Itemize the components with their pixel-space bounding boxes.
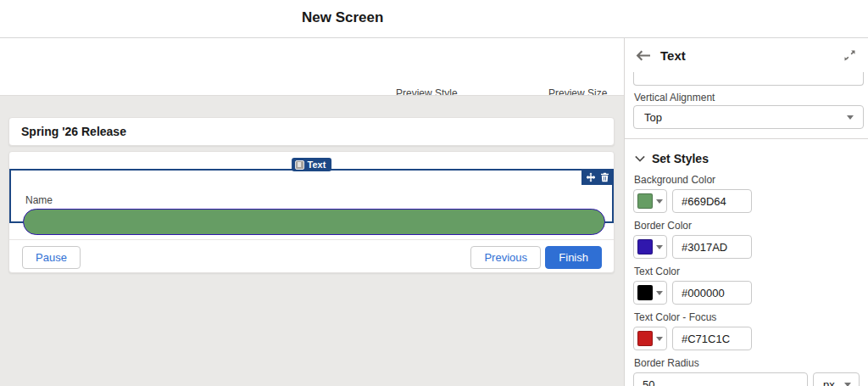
properties-panel: Text Vertical Alignment Top Set Styles B… <box>624 38 868 386</box>
text-color-swatch-button[interactable] <box>633 281 667 305</box>
set-styles-section: Set Styles Background Color Border Color <box>625 147 868 386</box>
background-color-field: Background Color <box>633 174 860 213</box>
chevron-down-icon <box>635 155 645 162</box>
text-color-label: Text Color <box>634 266 860 277</box>
screen-header-card[interactable]: Spring '26 Release <box>8 117 615 146</box>
chevron-down-icon <box>656 291 663 295</box>
finish-button[interactable]: Finish <box>545 246 602 269</box>
component-type-label: Text <box>308 159 326 170</box>
screen-title: Spring '26 Release <box>21 125 126 138</box>
background-color-label: Background Color <box>634 174 860 186</box>
move-icon[interactable] <box>586 172 596 182</box>
chevron-down-icon <box>844 383 851 386</box>
border-color-field: Border Color <box>633 220 860 259</box>
text-color-focus-label: Text Color - Focus <box>634 311 860 323</box>
chevron-down-icon <box>847 115 854 120</box>
back-arrow-icon[interactable] <box>636 49 650 62</box>
text-field-preview[interactable] <box>23 209 605 235</box>
component-type-badge: Text <box>292 158 332 171</box>
selected-text-component[interactable]: Name <box>9 169 614 223</box>
page-title: New Screen <box>302 9 383 26</box>
background-color-input[interactable] <box>672 189 752 213</box>
preview-toolbar: Preview Style Lightning Lite × Preview S… <box>0 38 624 95</box>
text-color-focus-field: Text Color - Focus <box>633 311 860 350</box>
pause-button[interactable]: Pause <box>22 246 81 269</box>
trash-icon[interactable] <box>600 172 609 182</box>
vertical-alignment-value: Top <box>644 111 662 124</box>
set-styles-title: Set Styles <box>652 152 709 165</box>
chevron-down-icon <box>656 245 663 249</box>
scrolled-input-partial[interactable] <box>633 72 864 86</box>
component-action-bar <box>581 169 614 185</box>
color-swatch <box>637 331 653 346</box>
text-color-focus-input[interactable] <box>672 327 752 350</box>
border-radius-unit-value: px <box>823 378 835 386</box>
text-color-focus-swatch-button[interactable] <box>633 327 667 350</box>
screen-footer: Pause Previous Finish <box>9 240 614 274</box>
text-color-field: Text Color <box>633 266 860 305</box>
border-color-input[interactable] <box>672 235 752 259</box>
border-color-swatch-button[interactable] <box>633 235 667 259</box>
color-swatch <box>637 239 653 255</box>
panel-header: Text <box>625 38 868 72</box>
vertical-alignment-dropdown[interactable]: Top <box>633 105 864 129</box>
panel-title: Text <box>660 48 686 63</box>
set-styles-header[interactable]: Set Styles <box>633 147 860 167</box>
expand-icon[interactable] <box>843 49 856 62</box>
color-swatch <box>637 193 653 209</box>
border-radius-input[interactable] <box>633 372 808 386</box>
border-color-label: Border Color <box>634 220 860 232</box>
modal-header: New Screen <box>0 0 868 38</box>
chevron-down-icon <box>656 199 663 204</box>
screen-editor-window: New Screen Preview Style Lightning Lite … <box>0 0 868 386</box>
vertical-alignment-label: Vertical Alignment <box>634 92 715 103</box>
chevron-down-icon <box>656 337 663 341</box>
background-color-swatch-button[interactable] <box>633 189 667 213</box>
color-swatch <box>637 285 653 300</box>
screen-body-card: Name Text Pause Previous Finish <box>8 151 615 273</box>
border-radius-label: Border Radius <box>634 357 860 369</box>
previous-button[interactable]: Previous <box>470 246 541 269</box>
text-color-input[interactable] <box>672 281 752 305</box>
border-radius-unit-dropdown[interactable]: px <box>813 372 860 386</box>
border-radius-field: Border Radius px <box>633 357 860 386</box>
screen-canvas: Spring '26 Release Name Text Pause Previ… <box>0 95 624 386</box>
text-component-icon <box>295 160 304 170</box>
section-divider <box>625 138 868 139</box>
component-field-label: Name <box>25 194 53 206</box>
